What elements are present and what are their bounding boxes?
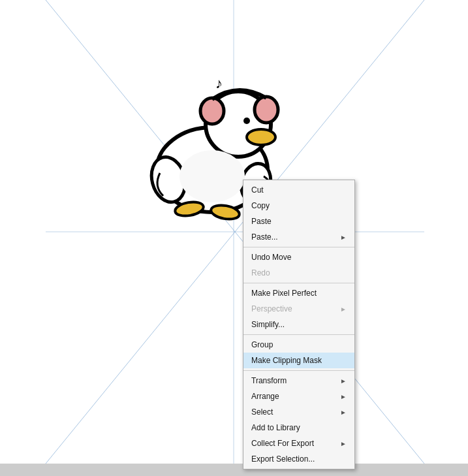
svg-point-8 xyxy=(200,98,224,124)
svg-point-15 xyxy=(179,150,245,202)
svg-text:♪: ♪ xyxy=(215,75,223,91)
menu-item-add-to-library-label: Add to Library xyxy=(251,422,300,434)
menu-item-group[interactable]: Group xyxy=(243,337,354,353)
separator-2 xyxy=(243,283,354,283)
context-menu: Cut Copy Paste Paste... ► Undo Move Redo… xyxy=(243,180,355,469)
perspective-submenu-arrow-icon: ► xyxy=(340,304,347,314)
collect-for-export-submenu-arrow-icon: ► xyxy=(340,439,347,449)
arrange-submenu-arrow-icon: ► xyxy=(340,392,347,402)
menu-item-select[interactable]: Select ► xyxy=(243,404,354,420)
menu-item-paste-ellipsis-label: Paste... xyxy=(251,231,278,243)
menu-item-group-label: Group xyxy=(251,339,273,351)
menu-item-transform-label: Transform xyxy=(251,375,287,387)
menu-item-simplify-label: Simplify... xyxy=(251,319,285,330)
paste-submenu-arrow-icon: ► xyxy=(340,232,347,242)
canvas: ♪ xyxy=(0,0,468,464)
menu-item-arrange-label: Arrange xyxy=(251,390,279,402)
menu-item-paste-ellipsis[interactable]: Paste... ► xyxy=(243,229,354,245)
transform-submenu-arrow-icon: ► xyxy=(340,376,347,386)
separator-4 xyxy=(243,370,354,371)
menu-item-redo: Redo xyxy=(243,265,354,281)
menu-item-add-to-library[interactable]: Add to Library xyxy=(243,420,354,436)
menu-item-make-pixel-perfect[interactable]: Make Pixel Perfect xyxy=(243,285,354,301)
menu-item-cut[interactable]: Cut xyxy=(243,182,354,198)
taskbar xyxy=(0,464,468,476)
svg-point-6 xyxy=(247,129,275,145)
menu-item-simplify[interactable]: Simplify... xyxy=(243,317,354,332)
menu-item-select-label: Select xyxy=(251,406,273,418)
menu-item-perspective: Perspective ► xyxy=(243,301,354,317)
separator-3 xyxy=(243,334,354,335)
menu-item-transform[interactable]: Transform ► xyxy=(243,373,354,389)
menu-item-copy[interactable]: Copy xyxy=(243,198,354,214)
menu-item-collect-for-export[interactable]: Collect For Export ► xyxy=(243,436,354,451)
menu-item-make-clipping-mask-label: Make Clipping Mask xyxy=(251,355,322,366)
menu-item-paste-label: Paste xyxy=(251,215,272,227)
menu-item-export-selection-label: Export Selection... xyxy=(251,453,315,465)
menu-item-make-pixel-perfect-label: Make Pixel Perfect xyxy=(251,287,317,299)
svg-point-9 xyxy=(255,97,278,123)
select-submenu-arrow-icon: ► xyxy=(340,407,347,417)
menu-item-paste[interactable]: Paste xyxy=(243,214,354,229)
menu-item-arrange[interactable]: Arrange ► xyxy=(243,389,354,404)
menu-item-undo-move-label: Undo Move xyxy=(251,251,291,263)
menu-item-undo-move[interactable]: Undo Move xyxy=(243,249,354,265)
menu-item-export-selection[interactable]: Export Selection... xyxy=(243,451,354,467)
menu-item-make-clipping-mask[interactable]: Make Clipping Mask xyxy=(243,353,354,368)
svg-point-7 xyxy=(243,118,250,124)
separator-1 xyxy=(243,247,354,247)
menu-item-perspective-label: Perspective xyxy=(251,303,292,315)
menu-item-collect-for-export-label: Collect For Export xyxy=(251,437,314,449)
menu-item-copy-label: Copy xyxy=(251,200,270,212)
menu-item-cut-label: Cut xyxy=(251,184,264,196)
menu-item-redo-label: Redo xyxy=(251,267,270,279)
